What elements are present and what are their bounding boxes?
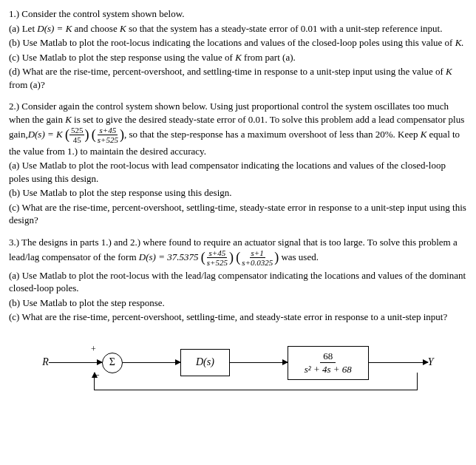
q1-b-t: (b) Use Matlab to plot the root-locus in…	[9, 37, 455, 48]
q3-c: (c) What are the rise-time, percent-over…	[9, 310, 467, 324]
q1-a-t2: and choose	[72, 23, 120, 34]
q1-b-K: K.	[455, 37, 464, 48]
q1-d: (d) What are the rise-time, percent-over…	[9, 65, 467, 91]
q2-f2n: s+45	[98, 126, 118, 135]
q3-intro: 3.) The designs in parts 1.) and 2.) whe…	[9, 236, 467, 268]
block-diagram: R Σ + − D(s) 68 s² + 4s + 68 Y	[9, 337, 467, 389]
q3-frac1: s+45s+525	[205, 248, 229, 267]
q3-frac2: s+1s+0.0325	[240, 248, 274, 267]
ds-label: D(s)	[196, 356, 214, 370]
q1-c: (c) Use Matlab to plot the step response…	[9, 51, 467, 64]
question-2: 2.) Consider again the control system sh…	[9, 100, 467, 227]
q1-a: (a) Let D(s) = K and choose K so that th…	[9, 22, 467, 35]
tf-num: 68	[320, 350, 336, 364]
q1-intro: 1.) Consider the control system shown be…	[9, 7, 467, 21]
q3-f1d: s+525	[205, 258, 229, 267]
q2-c: (c) What are the rise-time, percent-over…	[9, 201, 467, 227]
q1-d-K: K	[446, 66, 452, 77]
question-3: 3.) The designs in parts 1.) and 2.) whe…	[9, 236, 467, 324]
q3-i1: 3.) The designs in parts 1.) and 2.) whe…	[9, 237, 458, 262]
feedback-path	[94, 373, 418, 390]
plus-sign: +	[91, 343, 96, 355]
q1-a-t1: (a) Let	[9, 23, 37, 34]
question-1: 1.) Consider the control system shown be…	[9, 7, 467, 91]
q3-ds: D(s) = 37.5375	[139, 251, 199, 262]
output-Y: Y	[428, 356, 434, 370]
q1-a-K: K	[120, 23, 126, 34]
q2-f1n: 525	[69, 126, 85, 135]
q2-a: (a) Use Matlab to plot the root-locus wi…	[9, 159, 467, 185]
q1-a-formula: D(s) = K	[37, 23, 72, 34]
q1-c-t2: from part (a).	[242, 52, 296, 63]
q1-d-t: (d) What are the rise-time, percent-over…	[9, 66, 446, 77]
arrow-ds-to-plant	[230, 362, 288, 363]
q3-a: (a) Use Matlab to plot the root-locus wi…	[9, 269, 467, 295]
paren-close1: )	[84, 128, 89, 143]
q3-f1n: s+45	[207, 248, 227, 258]
q2-K1: K	[65, 114, 72, 125]
q3-f2n: s+1	[250, 248, 265, 258]
arrow-plant-to-y	[369, 362, 428, 363]
q2-i3: , so that the step-response has a maximu…	[124, 129, 421, 140]
q2-frac1: 52545	[69, 126, 85, 144]
q3-b: (b) Use Matlab to plot the step response…	[9, 296, 467, 310]
q1-c-t: (c) Use Matlab to plot the step response…	[9, 52, 235, 63]
q3-f2d: s+0.0325	[240, 258, 274, 267]
arrow-r-to-sum	[49, 362, 102, 363]
summing-junction: Σ + −	[102, 353, 123, 373]
q2-f1d: 45	[72, 135, 83, 144]
q2-ds: D(s) = K	[28, 129, 63, 140]
q1-c-K: K	[235, 52, 242, 63]
q1-d-t2: from (a)?	[9, 79, 45, 90]
arrow-sum-to-ds	[123, 362, 180, 363]
feedback-arrow-icon	[92, 372, 98, 378]
sigma-symbol: Σ	[109, 356, 115, 370]
q1-a-t3: so that the system has a steady-state er…	[126, 23, 443, 34]
q3-i2: was used.	[279, 251, 319, 262]
q2-frac2: s+45s+525	[96, 126, 120, 144]
q2-b: (b) Use Matlab to plot the step response…	[9, 186, 467, 200]
q1-b: (b) Use Matlab to plot the root-locus in…	[9, 36, 467, 50]
q2-f2d: s+525	[96, 135, 120, 144]
input-R: R	[42, 356, 49, 370]
paren-close3: )	[229, 251, 234, 265]
q2-intro: 2.) Consider again the control system sh…	[9, 100, 467, 157]
